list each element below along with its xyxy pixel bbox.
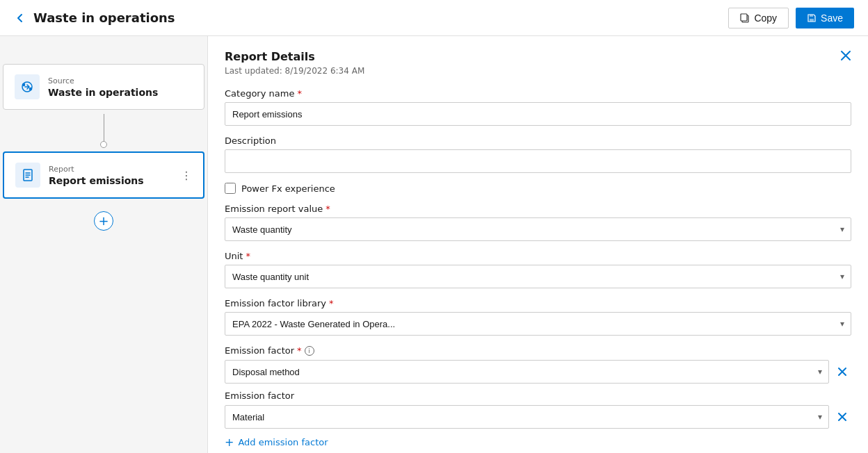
add-factor-label: Add emission factor bbox=[238, 437, 328, 447]
report-node-content: Report Report emissions bbox=[49, 165, 172, 186]
required-star-unit: * bbox=[246, 251, 250, 261]
emission-factor-library-group: Emission factor library * EPA 2022 - Was… bbox=[225, 298, 851, 336]
required-star-emission: * bbox=[326, 204, 330, 214]
description-group: Description bbox=[225, 135, 851, 173]
emission-report-select[interactable]: Waste quantity bbox=[225, 217, 851, 241]
emission-factor-label-2: Emission factor bbox=[225, 390, 851, 401]
required-star-library: * bbox=[329, 298, 334, 308]
description-label: Description bbox=[225, 135, 851, 146]
report-node-icon bbox=[15, 163, 40, 188]
flow-container: Source Waste in operations Report Report bbox=[3, 64, 204, 231]
power-fx-row: Power Fx experience bbox=[225, 183, 851, 194]
remove-emission-factor-1-button[interactable] bbox=[833, 363, 851, 381]
connector-circle-1 bbox=[100, 141, 107, 148]
svg-point-6 bbox=[30, 88, 32, 90]
panel-header: Report Details bbox=[225, 50, 851, 63]
copy-button[interactable]: Copy bbox=[728, 8, 789, 28]
source-node-label: Source bbox=[48, 76, 193, 85]
save-button[interactable]: Save bbox=[796, 8, 854, 28]
emission-report-label: Emission report value * bbox=[225, 204, 851, 214]
unit-select[interactable]: Waste quantity unit bbox=[225, 265, 851, 288]
remove-emission-factor-2-button[interactable] bbox=[833, 408, 851, 426]
emission-factor-library-select-wrapper: EPA 2022 - Waste Generated in Opera... ▾ bbox=[225, 312, 851, 336]
emission-report-group: Emission report value * Waste quantity ▾ bbox=[225, 204, 851, 241]
category-name-label: Category name * bbox=[225, 88, 851, 99]
report-node[interactable]: Report Report emissions ⋮ bbox=[3, 151, 204, 199]
emission-report-select-wrapper: Waste quantity ▾ bbox=[225, 217, 851, 241]
last-updated: Last updated: 8/19/2022 6:34 AM bbox=[225, 66, 851, 76]
description-input[interactable] bbox=[225, 149, 851, 173]
required-star-category: * bbox=[297, 88, 302, 99]
report-node-name: Report emissions bbox=[49, 175, 172, 186]
back-button[interactable] bbox=[14, 12, 26, 24]
report-node-menu[interactable]: ⋮ bbox=[181, 169, 192, 182]
emission-factor-row-2: Material ▾ bbox=[225, 405, 851, 429]
category-name-group: Category name * bbox=[225, 88, 851, 126]
emission-factor-1-select[interactable]: Disposal method bbox=[225, 360, 829, 384]
emission-factor-info-icon[interactable]: i bbox=[305, 346, 314, 356]
emission-factor-2-select-wrapper: Material ▾ bbox=[225, 405, 829, 429]
unit-select-wrapper: Waste quantity unit ▾ bbox=[225, 265, 851, 288]
top-bar-actions: Copy Save bbox=[728, 8, 854, 28]
category-name-input[interactable] bbox=[225, 102, 851, 126]
emission-factor-1-select-wrapper: Disposal method ▾ bbox=[225, 360, 829, 384]
canvas-area: Source Waste in operations Report Report bbox=[0, 36, 207, 453]
add-factor-plus-icon: + bbox=[225, 436, 234, 449]
source-node[interactable]: Source Waste in operations bbox=[3, 64, 204, 110]
source-node-content: Source Waste in operations bbox=[48, 76, 193, 98]
required-star-factor: * bbox=[297, 345, 302, 356]
svg-rect-3 bbox=[810, 15, 813, 17]
panel-title: Report Details bbox=[225, 50, 315, 63]
emission-factor-library-select[interactable]: EPA 2022 - Waste Generated in Opera... bbox=[225, 312, 851, 336]
source-node-icon bbox=[15, 74, 40, 99]
connector-1 bbox=[100, 110, 107, 151]
report-node-label: Report bbox=[49, 165, 172, 174]
unit-group: Unit * Waste quantity unit ▾ bbox=[225, 251, 851, 288]
connector-line-1 bbox=[104, 114, 104, 142]
top-bar-left: Waste in operations bbox=[14, 10, 175, 25]
add-node-icon: + bbox=[98, 215, 108, 227]
unit-label: Unit * bbox=[225, 251, 851, 261]
emission-factor-label-row: Emission factor * i bbox=[225, 345, 851, 356]
power-fx-label: Power Fx experience bbox=[241, 183, 335, 194]
svg-point-5 bbox=[23, 84, 25, 86]
top-bar: Waste in operations Copy Save bbox=[0, 0, 868, 36]
emission-factor-row-1: Disposal method ▾ bbox=[225, 360, 851, 384]
page-title: Waste in operations bbox=[33, 10, 175, 25]
power-fx-checkbox[interactable] bbox=[225, 183, 236, 194]
close-panel-button[interactable] bbox=[840, 50, 851, 61]
emission-factor-library-label: Emission factor library * bbox=[225, 298, 851, 308]
right-panel: Report Details Last updated: 8/19/2022 6… bbox=[207, 36, 868, 453]
copy-label: Copy bbox=[754, 13, 777, 24]
add-emission-factor-link[interactable]: + Add emission factor bbox=[225, 436, 851, 449]
emission-factor-2-select[interactable]: Material bbox=[225, 405, 829, 429]
svg-rect-2 bbox=[810, 19, 814, 22]
save-label: Save bbox=[821, 13, 843, 24]
add-node-button[interactable]: + bbox=[94, 211, 113, 231]
svg-rect-1 bbox=[741, 14, 747, 21]
source-node-name: Waste in operations bbox=[48, 87, 193, 98]
